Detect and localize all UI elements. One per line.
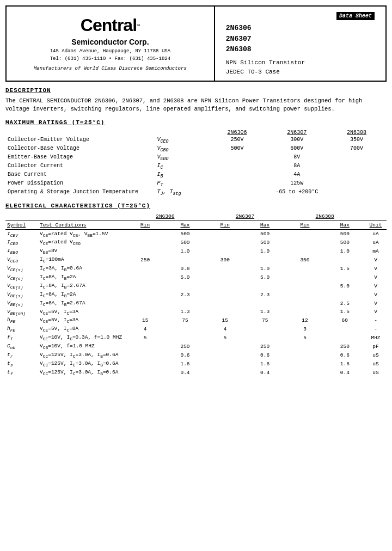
table-row: VCEO IC=100mA 250 300 350 V [5, 256, 387, 265]
col-header-symbol: Symbol [5, 221, 38, 230]
table-row: tr VCC=125V, IC=3.0A, IB=0.6A 0.6 0.6 0.… [5, 351, 387, 359]
elec-table-sub-header: Symbol Test Conditions Min Max Min Max M… [5, 221, 387, 230]
table-row: hFE VCE=5V, IC=8A 4 4 3 - [5, 325, 387, 334]
table-row: Collector-Base Voltage VCBO 500V 600V 70… [5, 145, 387, 154]
brand-semi: Semiconductor Corp. [71, 38, 149, 46]
table-row: Operating & Storage Junction Temperature… [5, 188, 387, 197]
elec-char-section: ELECTRICAL CHARACTERISTICS (T=25°C) 2N63… [5, 203, 387, 377]
ratings-col-2n6307: 2N6307 [267, 129, 327, 136]
col-header-min2: Min [205, 221, 245, 230]
table-row: IEBO VEB=8V 1.0 1.0 1.0 mA [5, 247, 387, 256]
max-ratings-table: 2N6306 2N6307 2N6308 Collector-Emitter V… [5, 129, 387, 197]
table-row: Cob VCB=10V, f=1.0 MHZ 250 250 250 pF [5, 342, 387, 351]
table-row: hFE VCE=5V, IC=3A 1575 1575 1260 - [5, 316, 387, 325]
description-section: DESCRIPTION The CENTRAL SEMICONDUCTOR 2N… [5, 87, 387, 114]
table-row: VCE(s) IC=3A, IB=0.6A 0.8 1.0 1.5 V [5, 265, 387, 273]
description-text: The CENTRAL SEMICONDUCTOR 2N6306, 2N6307… [5, 97, 387, 114]
max-ratings-title: MAXIMUM RATINGS (T=25°C) [5, 119, 387, 126]
table-row: ICEO VCE=rated VCEO 500 500 500 uA [5, 238, 387, 247]
page: Central™ Semiconductor Corp. 145 Adams A… [5, 5, 387, 377]
brand-tm: ™ [137, 25, 140, 30]
table-row: Collector-Emitter Voltage VCEO 250V 300V… [5, 136, 387, 145]
col-group-2n6306: 2N6306 [125, 212, 205, 221]
col-group-2n6307: 2N6307 [205, 212, 285, 221]
col-group-2n6308: 2N6308 [285, 212, 365, 221]
col-header-max2: Max [245, 221, 285, 230]
datasheet-label: Data Sheet [336, 12, 375, 20]
elec-characteristics-table: 2N6306 2N6307 2N6308 Symbol Test Conditi… [5, 212, 387, 377]
table-row: Base Current IB 4A [5, 171, 387, 180]
brand-address-line2: Tel: (631) 435-1110 • Fax: (631) 435-182… [50, 56, 170, 62]
header-left: Central™ Semiconductor Corp. 145 Adams A… [7, 7, 215, 81]
header-box: Central™ Semiconductor Corp. 145 Adams A… [5, 5, 387, 82]
col-header-min1: Min [125, 221, 165, 230]
table-row: fT VCE=10V, IC=0.3A, f=1.0 MHZ 5 5 5 MHZ [5, 334, 387, 342]
table-row: tf VCC=125V, IC=3.0A, IB=0.6A 0.4 0.4 0.… [5, 368, 387, 377]
col-header-max3: Max [325, 221, 365, 230]
brand-name: Central [81, 15, 137, 35]
part-number-3: 2N6308 [226, 44, 375, 55]
col-header-unit: Unit [365, 221, 387, 230]
table-row: ICEV VCE=rated VCB, VEB=1.5V 500 500 500… [5, 230, 387, 238]
ratings-col-2n6308: 2N6308 [327, 129, 387, 136]
manufacturer-text: Manufacturers of World Class Discrete Se… [34, 66, 187, 71]
table-row: Power Dissipation PT 125W [5, 180, 387, 188]
part-type: NPN Silicon Transistor [226, 59, 375, 66]
part-number-2: 2N6307 [226, 34, 375, 45]
part-numbers: 2N6306 2N6307 2N6308 [226, 23, 375, 55]
table-row: Emitter-Base Voltage VEBO 8V [5, 154, 387, 162]
header-right: Data Sheet 2N6306 2N6307 2N6308 NPN Sili… [215, 7, 385, 81]
col-header-max1: Max [165, 221, 205, 230]
table-row: VBE(on) VCE=5V, IC=3A 1.3 1.3 1.5 V [5, 308, 387, 316]
elec-table-group-header: 2N6306 2N6307 2N6308 [5, 212, 387, 221]
max-ratings-section: MAXIMUM RATINGS (T=25°C) 2N6306 2N6307 2… [5, 119, 387, 197]
part-case: JEDEC TO-3 Case [226, 69, 375, 75]
description-title: DESCRIPTION [5, 87, 387, 94]
col-header-test-cond: Test Conditions [38, 221, 125, 230]
elec-char-title: ELECTRICAL CHARACTERISTICS (T=25°C) [5, 203, 387, 209]
table-row: VCE(s) IC=8A, IB=2A 5.0 5.0 V [5, 273, 387, 281]
brand-address-line1: 145 Adams Avenue, Hauppauge, NY 11788 US… [50, 48, 170, 54]
col-header-min3: Min [285, 221, 324, 230]
part-number-1: 2N6306 [226, 23, 375, 34]
table-row: ts VCC=125V, IC=3.0A, IB=0.6A 1.6 1.6 1.… [5, 359, 387, 368]
table-row: Collector Current IC 8A [5, 162, 387, 171]
table-row: VCE(s) IC=8A, IB=2.67A 5.0 V [5, 281, 387, 290]
ratings-col-2n6306: 2N6306 [207, 129, 267, 136]
table-row: VBE(s) IC=8A, IB=2A 2.3 2.3 V [5, 290, 387, 299]
table-row: VBE(s) IC=8A, IB=2.67A 2.5 V [5, 299, 387, 308]
